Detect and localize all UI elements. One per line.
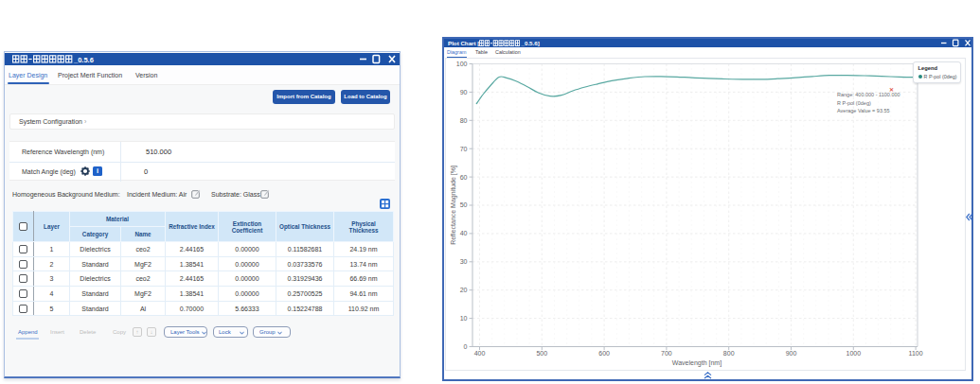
svg-text:40: 40	[460, 230, 468, 236]
svg-text:90: 90	[460, 89, 468, 96]
svg-text:500: 500	[536, 350, 547, 357]
svg-text:_0.5.6: _0.5.6	[73, 56, 94, 64]
svg-text:Reflectance Magnitude [%]: Reflectance Magnitude [%]	[450, 166, 457, 245]
svg-text:30: 30	[460, 258, 468, 265]
svg-text:400: 400	[474, 350, 486, 357]
svg-text:600: 600	[598, 350, 610, 357]
svg-text:80: 80	[460, 117, 468, 124]
svg-text:800: 800	[723, 350, 735, 357]
svg-text:10: 10	[460, 315, 468, 322]
svg-text:900: 900	[786, 350, 797, 357]
svg-text:Wavelength [nm]: Wavelength [nm]	[672, 359, 722, 367]
svg-text:1000: 1000	[846, 350, 862, 357]
svg-text:_0.5.6]: _0.5.6]	[521, 40, 540, 46]
svg-text:100: 100	[456, 61, 468, 67]
svg-text:0: 0	[464, 343, 468, 350]
svg-text:Plot Chart [: Plot Chart [	[448, 40, 479, 46]
svg-text:1100: 1100	[909, 350, 923, 357]
svg-text:20: 20	[460, 287, 468, 293]
svg-text:700: 700	[661, 350, 672, 357]
svg-text:70: 70	[460, 146, 468, 152]
svg-text:60: 60	[460, 174, 468, 181]
svg-text:50: 50	[460, 201, 468, 208]
